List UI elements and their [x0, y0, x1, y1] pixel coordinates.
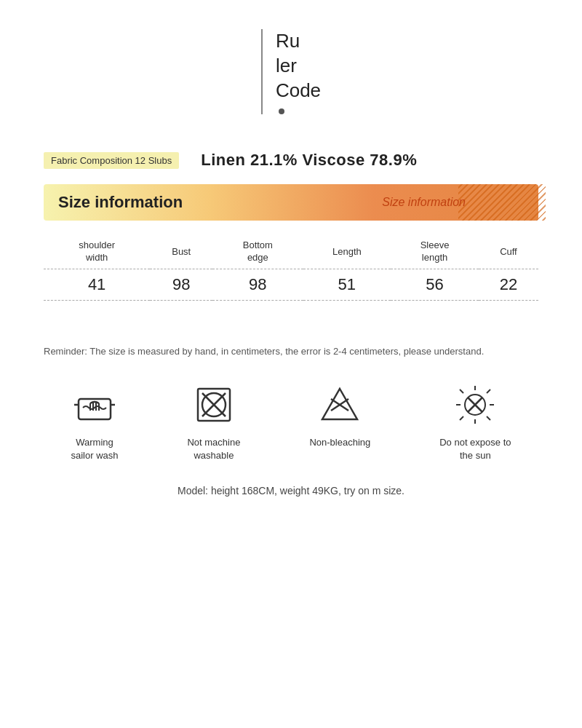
th-bottom-edge: Bottomedge [212, 235, 303, 269]
td-shoulder: 41 [44, 269, 150, 301]
header-line1: Ru [276, 29, 300, 54]
th-length: Length [303, 235, 391, 269]
no-sun-icon [452, 381, 499, 429]
header-line3: Code [276, 79, 321, 103]
care-label-no-sun: Do not expose tothe sun [439, 436, 511, 462]
model-text: Model: height 168CM, weight 49KG, try on… [178, 485, 404, 496]
care-label-wash: Warmingsailor wash [71, 436, 118, 462]
svg-line-16 [487, 389, 490, 393]
reminder-text: Reminder: The size is measured by hand, … [44, 344, 538, 360]
svg-line-14 [460, 389, 463, 393]
fabric-value: Linen 21.1% Viscose 78.9% [201, 151, 417, 170]
table-data-row: 41 98 98 51 56 22 [44, 269, 538, 301]
header-line2: ler [276, 54, 297, 79]
size-table-section: shoulderwidth Bust Bottomedge Length Sle… [44, 235, 538, 301]
td-bust: 98 [150, 269, 212, 301]
header-section: Ru ler Code [0, 0, 582, 129]
wash-icon [71, 381, 118, 429]
fabric-label: Fabric Composition 12 Slubs [44, 152, 179, 169]
td-bottom-edge: 98 [212, 269, 303, 301]
care-section: Warmingsailor wash Not machinewashable [36, 381, 546, 462]
ruler-dot [279, 108, 284, 114]
svg-line-17 [460, 416, 463, 420]
model-section: Model: height 168CM, weight 49KG, try on… [44, 484, 538, 497]
th-shoulder: shoulderwidth [44, 235, 150, 269]
td-sleeve: 56 [391, 269, 479, 301]
care-item-no-bleach: Non-bleaching [309, 381, 370, 449]
th-cuff: Cuff [479, 235, 538, 269]
size-banner: Size information Size information [44, 184, 538, 221]
care-item-wash: Warmingsailor wash [71, 381, 118, 462]
reminder-section: Reminder: The size is measured by hand, … [44, 344, 538, 360]
no-bleach-icon [316, 381, 364, 429]
care-item-no-machine-wash: Not machinewashable [187, 381, 240, 462]
care-item-no-sun: Do not expose tothe sun [439, 381, 511, 462]
no-machine-wash-icon [190, 381, 237, 429]
table-header-row: shoulderwidth Bust Bottomedge Length Sle… [44, 235, 538, 269]
fabric-section: Fabric Composition 12 Slubs Linen 21.1% … [44, 151, 538, 170]
th-bust: Bust [150, 235, 212, 269]
td-cuff: 22 [479, 269, 538, 301]
care-label-no-machine-wash: Not machinewashable [187, 436, 240, 462]
size-banner-lines [458, 184, 546, 221]
th-sleeve: Sleevelength [391, 235, 479, 269]
svg-line-15 [487, 416, 490, 420]
size-banner-title: Size information [58, 193, 183, 212]
size-banner-subtitle: Size information [382, 196, 466, 209]
size-table: shoulderwidth Bust Bottomedge Length Sle… [44, 235, 538, 301]
td-length: 51 [303, 269, 391, 301]
care-label-no-bleach: Non-bleaching [309, 436, 370, 449]
ruler-code-block: Ru ler Code [261, 29, 321, 114]
